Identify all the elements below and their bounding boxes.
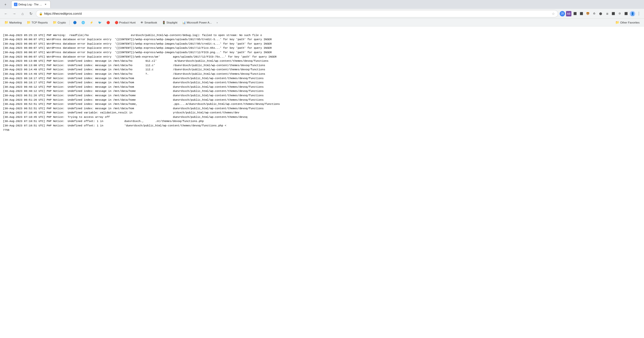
bookmark-folder-icon: 📁 bbox=[53, 20, 57, 24]
bookmark-folder-icon: 📁 bbox=[615, 20, 619, 24]
log-line: [30-Aug-2023 07:10:51 UTC] PHP Notice: U… bbox=[3, 124, 641, 128]
back-icon: ← bbox=[4, 11, 8, 16]
bookmark-favicon: 📊 bbox=[182, 21, 186, 24]
bookmark-favicon: 🔴 bbox=[106, 21, 110, 24]
log-line: [30-Aug-2023 06:51:26 UTC] PHP Notice: U… bbox=[3, 94, 641, 98]
log-line: [30-Aug-2023 06:14:49 UTC] PHP Notice: U… bbox=[3, 72, 641, 76]
ext-split-icon[interactable]: ⬛ bbox=[611, 11, 616, 16]
bookmark-stoplight[interactable]: 🚦 Stoplight bbox=[160, 20, 180, 25]
bookmark-label: Marketing bbox=[9, 21, 22, 24]
browser-chrome: + T Debug Log - The Credit Pros ✕ ← → ⌂ … bbox=[0, 0, 644, 26]
log-line: [30-Aug-2023 06:13:00 UTC] PHP Notice: U… bbox=[3, 63, 641, 68]
log-line: [30-Aug-2023 07:10:51 UTC] PHP Notice: U… bbox=[3, 119, 641, 124]
log-line: [30-Aug-2023 06:18:17 UTC] PHP Notice: U… bbox=[3, 81, 641, 85]
log-line: [30-Aug-2023 06:00:07 UTC] WordPress dat… bbox=[3, 37, 641, 42]
bookmark-label: TCP Reports bbox=[32, 21, 48, 24]
bookmark-icon4[interactable]: 🐦 bbox=[96, 20, 104, 25]
bookmark-icon2[interactable]: 🌐 bbox=[80, 20, 87, 25]
tab-bar: + T Debug Log - The Credit Pros ✕ bbox=[0, 0, 644, 9]
bookmark-chevron[interactable]: › bbox=[215, 20, 220, 24]
tab-favicon: T bbox=[14, 3, 18, 6]
bookmark-label: Stoplight bbox=[166, 21, 178, 24]
log-line: [30-Aug-2023 06:13:00 UTC] PHP Notice: U… bbox=[3, 59, 641, 63]
lock-icon: 🔒 bbox=[39, 12, 43, 15]
bookmark-marketing[interactable]: 📁 Marketing bbox=[2, 20, 24, 25]
ext-cycle-icon[interactable]: ♻ bbox=[592, 11, 597, 16]
ext-puzzle-icon[interactable]: ⬛ bbox=[572, 11, 578, 16]
chevron-right-icon: › bbox=[217, 21, 218, 24]
bookmark-folder-icon: 📁 bbox=[4, 20, 8, 24]
ext-menu-icon[interactable]: ⋮ bbox=[636, 11, 642, 16]
ext-tiger-icon[interactable]: 🐯 bbox=[585, 11, 590, 16]
home-button[interactable]: ⌂ bbox=[19, 10, 26, 17]
forward-button[interactable]: → bbox=[11, 10, 18, 17]
ext-circle-icon[interactable]: ⬤ bbox=[598, 11, 603, 16]
bookmark-icon1[interactable]: 🔵 bbox=[71, 20, 78, 25]
log-line: 7756 bbox=[3, 128, 641, 133]
bookmark-favicon: 🔴 bbox=[115, 21, 118, 24]
log-line: [30-Aug-2023 06:00:07 UTC] WordPress dat… bbox=[3, 50, 641, 55]
bookmark-favicon: 🐦 bbox=[98, 21, 102, 24]
bookmark-producthunt[interactable]: 🔴 Product Hunt bbox=[113, 20, 138, 25]
log-line: [30-Aug-2023 07:10:45 UTC] PHP Notice: U… bbox=[3, 111, 641, 115]
ext-calendar-icon[interactable]: 28 bbox=[560, 11, 565, 16]
new-tab-button[interactable]: + bbox=[2, 1, 9, 8]
main-content: [30-Aug-2023 05:25:15 UTC] PHP Warning: … bbox=[0, 26, 644, 198]
address-bar[interactable]: 🔒 https://thecreditpros.com/d ☆ bbox=[36, 10, 558, 17]
bookmark-other-favorites[interactable]: 📁 Other Favorites bbox=[613, 20, 642, 25]
log-line: [30-Aug-2023 06:51:26 UTC] PHP Notice: U… bbox=[3, 98, 641, 102]
bookmark-label: Smartlook bbox=[144, 21, 157, 24]
log-line: [30-Aug-2023 05:25:15 UTC] PHP Warning: … bbox=[3, 33, 641, 38]
log-line: [30-Aug-2023 06:52:51 UTC] PHP Notice: U… bbox=[3, 107, 641, 111]
home-icon: ⌂ bbox=[21, 11, 24, 16]
bookmark-folder-icon: 📁 bbox=[27, 20, 31, 24]
ext-monitor-icon[interactable]: 🖥 bbox=[604, 11, 610, 16]
log-line: [30-Aug-2023 06:48:12 UTC] PHP Notice: U… bbox=[3, 85, 641, 89]
bookmark-favicon: ⚡ bbox=[90, 21, 93, 24]
bookmark-microsoft-power[interactable]: 📊 Microsoft Power A... bbox=[180, 20, 214, 25]
bookmark-label: Other Favorites bbox=[620, 21, 640, 24]
tab-close-button[interactable]: ✕ bbox=[44, 3, 47, 6]
log-line: [30-Aug-2023 06:00:07 UTC] WordPress dat… bbox=[3, 42, 641, 46]
log-line: [30-Aug-2023 06:52:51 UTC] PHP Notice: U… bbox=[3, 102, 641, 107]
back-button[interactable]: ← bbox=[2, 10, 9, 17]
ext-settings-icon[interactable]: ⚙ bbox=[617, 11, 622, 16]
bookmark-favicon: 👁 bbox=[140, 21, 144, 24]
nav-bar: ← → ⌂ ↻ 🔒 https://thecreditpros.com/d ☆ … bbox=[0, 9, 644, 19]
svg-text:T: T bbox=[15, 3, 16, 6]
bookmark-crypto[interactable]: 📁 Crypto bbox=[51, 20, 68, 25]
nav-extras: 28 AB ⬛ ⬛ 🐯 ♻ ⬤ 🖥 ⬛ ⚙ ⬛ 👤 ⋮ bbox=[560, 11, 642, 16]
ext-tcp-icon[interactable]: AB bbox=[566, 11, 572, 16]
bookmark-label: Crypto bbox=[58, 21, 66, 24]
log-line: [30-Aug-2023 06:00:07 UTC] WordPress dat… bbox=[3, 55, 641, 59]
bookmark-tcp-reports[interactable]: 📁 TCP Reports bbox=[25, 20, 50, 25]
active-tab[interactable]: T Debug Log - The Credit Pros ✕ bbox=[11, 1, 50, 8]
bookmark-icon3[interactable]: ⚡ bbox=[88, 20, 95, 25]
ext-share-icon[interactable]: ⬛ bbox=[579, 11, 584, 16]
log-line: [30-Aug-2023 06:14:49 UTC] PHP Notice: U… bbox=[3, 68, 641, 72]
bookmark-divider bbox=[70, 20, 70, 25]
bookmark-label: Microsoft Power A... bbox=[187, 21, 212, 24]
log-line: [30-Aug-2023 06:00:07 UTC] WordPress dat… bbox=[3, 46, 641, 50]
bookmark-smartlook[interactable]: 👁 Smartlook bbox=[138, 20, 159, 24]
bookmark-label: Product Hunt bbox=[119, 21, 136, 24]
tab-controls: + bbox=[2, 1, 9, 8]
bookmark-favicon: 🌐 bbox=[82, 21, 85, 24]
bookmarks-bar: 📁 Marketing 📁 TCP Reports 📁 Crypto 🔵 🌐 ⚡… bbox=[0, 19, 644, 26]
tab-label: Debug Log - The Credit Pros bbox=[18, 3, 43, 6]
bookmark-star-icon[interactable]: ☆ bbox=[552, 12, 555, 16]
bookmark-favicon: 🔵 bbox=[73, 21, 76, 24]
ext-profile-icon[interactable]: 👤 bbox=[630, 11, 635, 16]
log-line: [30-Aug-2023 07:10:45 UTC] PHP Notice: T… bbox=[3, 115, 641, 120]
bookmark-favicon: 🚦 bbox=[162, 21, 166, 24]
log-line: [30-Aug-2023 06:18:17 UTC] PHP Notice: U… bbox=[3, 76, 641, 81]
url-text: https://thecreditpros.com/d bbox=[44, 12, 550, 15]
refresh-button[interactable]: ↻ bbox=[28, 10, 34, 17]
bookmark-icon5[interactable]: 🔴 bbox=[104, 20, 112, 25]
refresh-icon: ↻ bbox=[30, 11, 32, 16]
forward-icon: → bbox=[12, 11, 16, 16]
ext-more-icon[interactable]: ⬛ bbox=[624, 11, 629, 16]
log-line: [30-Aug-2023 06:48:12 UTC] PHP Notice: U… bbox=[3, 89, 641, 94]
